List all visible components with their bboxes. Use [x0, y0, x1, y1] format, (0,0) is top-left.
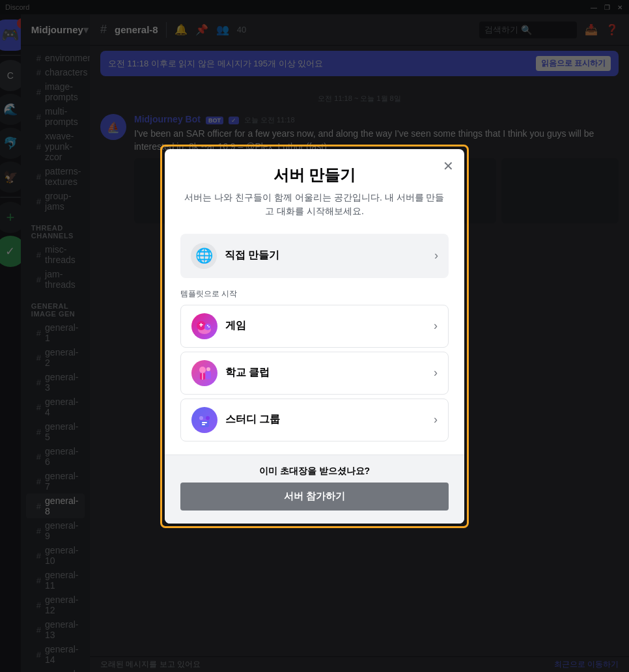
template-study-left: 스터디 그룹: [191, 407, 280, 433]
chevron-study-icon: ›: [434, 413, 438, 427]
modal-title: 서버 만들기: [180, 165, 449, 186]
chevron-right-icon: ›: [434, 249, 438, 262]
svg-point-7: [199, 367, 206, 373]
template-gaming-icon: [191, 313, 217, 339]
gaming-svg: [195, 316, 214, 336]
svg-rect-16: [202, 424, 205, 425]
modal-footer: 이미 초대장을 받으셨나요? 서버 참가하기: [165, 455, 464, 524]
template-study-label: 스터디 그룹: [225, 413, 280, 427]
svg-point-6: [208, 326, 210, 328]
template-school-left: 학교 클럽: [191, 360, 270, 386]
template-section-label: 템플릿으로 시작: [180, 288, 449, 300]
svg-point-5: [207, 325, 208, 326]
modal-overlay: ✕ 서버 만들기 서버는 나와 친구들이 함께 어울리는 공간입니다. 내 서버…: [0, 0, 629, 672]
chevron-school-icon: ›: [434, 366, 438, 380]
create-own-button[interactable]: 🌐 직접 만들기 ›: [180, 234, 449, 278]
template-list: 게임 ›: [180, 305, 449, 444]
already-invited-text: 이미 초대장을 받으셨나요?: [180, 466, 449, 477]
modal-header: 서버 만들기 서버는 나와 친구들이 함께 어울리는 공간입니다. 내 서버를 …: [165, 149, 464, 223]
create-own-icon: 🌐: [191, 243, 217, 269]
svg-rect-15: [202, 422, 207, 423]
study-svg: [195, 410, 214, 430]
template-item-school[interactable]: 학교 클럽 ›: [180, 352, 449, 395]
svg-point-14: [206, 416, 210, 420]
school-svg: [195, 363, 214, 383]
create-own-left: 🌐 직접 만들기: [191, 243, 279, 269]
template-item-gaming[interactable]: 게임 ›: [180, 305, 449, 348]
template-school-icon: [191, 360, 217, 386]
template-study-icon: [191, 407, 217, 433]
svg-rect-10: [206, 371, 211, 379]
template-gaming-label: 게임: [225, 319, 246, 333]
template-school-label: 학교 클럽: [225, 366, 270, 380]
modal-close-button[interactable]: ✕: [443, 160, 454, 173]
modal-subtitle: 서버는 나와 친구들이 함께 어울리는 공간입니다. 내 서버를 만들고 대화를…: [180, 191, 449, 218]
join-server-button[interactable]: 서버 참가하기: [180, 483, 449, 511]
template-gaming-left: 게임: [191, 313, 246, 339]
modal-body: 🌐 직접 만들기 › 템플릿으로 시작: [165, 223, 464, 455]
create-server-modal: ✕ 서버 만들기 서버는 나와 친구들이 함께 어울리는 공간입니다. 내 서버…: [165, 149, 464, 524]
svg-point-11: [206, 367, 210, 371]
chevron-gaming-icon: ›: [434, 319, 438, 333]
svg-point-2: [204, 324, 211, 330]
create-own-label: 직접 만들기: [225, 249, 279, 262]
modal-highlight: ✕ 서버 만들기 서버는 나와 친구들이 함께 어울리는 공간입니다. 내 서버…: [160, 145, 469, 528]
template-item-study[interactable]: 스터디 그룹 ›: [180, 399, 449, 441]
svg-point-13: [199, 416, 203, 420]
svg-rect-4: [201, 323, 202, 327]
